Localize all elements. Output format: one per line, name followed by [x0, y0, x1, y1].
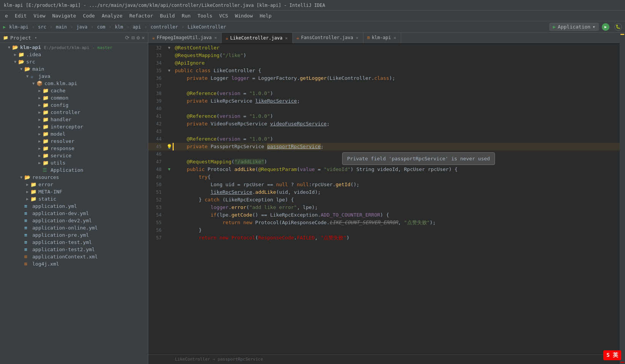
tree-cache[interactable]: ▶ 📁 cache [0, 87, 148, 94]
fold-icon-35[interactable]: ▼ [168, 67, 170, 74]
tree-log4j-xml[interactable]: ▶ ⊞ log4j.xml [0, 260, 148, 267]
menu-vcs[interactable]: VCS [216, 12, 231, 20]
menu-file[interactable]: e [2, 12, 11, 20]
yaml-icon-1: ≡ [24, 203, 31, 209]
gutter-53 [165, 204, 173, 211]
tab-klmapi-label: klm-api [372, 35, 391, 40]
tree-static[interactable]: ▶ 📁 static [0, 195, 148, 203]
package-icon: 📦 [36, 81, 43, 86]
tree-app-dev-yml[interactable]: ▶ ≡ application-dev.yml [0, 210, 148, 217]
menu-build[interactable]: Build [157, 12, 178, 20]
tree-idea[interactable]: ▶ 📁 .idea [0, 51, 148, 58]
static-folder-icon: 📁 [30, 196, 37, 202]
tree-app-yml[interactable]: ▶ ≡ application.yml [0, 203, 148, 210]
tab-ffmpeg[interactable]: ☕ FFmpegImageUtil.java ✕ [148, 33, 222, 43]
toolbar: ▶ klm-api › src › main › java › com › kl… [0, 21, 625, 33]
tree-meta-inf[interactable]: ▶ 📁 META-INF [0, 188, 148, 195]
tree-src[interactable]: ▼ 📂 src [0, 58, 148, 65]
tree-config[interactable]: ▶ 📁 config [0, 101, 148, 109]
tree-interceptor[interactable]: ▶ 📁 interceptor [0, 123, 148, 130]
tree-java-dir[interactable]: ▼ ☕ java [0, 73, 148, 80]
breadcrumb-java[interactable]: java [75, 24, 89, 30]
yaml-icon-6: ≡ [24, 239, 31, 245]
tree-app-test2-yml[interactable]: ▶ ≡ application-test2.yml [0, 246, 148, 253]
code-line-34: 34 @ApiIgnore [148, 59, 620, 67]
tab-ffmpeg-close[interactable]: ✕ [214, 35, 218, 41]
gutter-35: ▼ [165, 67, 173, 74]
tree-app-test-yml[interactable]: ▶ ≡ application-test.yml [0, 239, 148, 246]
tree-common[interactable]: ▶ 📁 common [0, 94, 148, 101]
fold-icon-32[interactable]: ▼ [168, 44, 170, 52]
code-line-partial: LikeController → passportRpcService [148, 355, 620, 364]
tree-root[interactable]: ▼ 📂 klm-api E:/product/klm-api - master [0, 44, 148, 51]
yaml-icon-7: ≡ [24, 247, 31, 252]
tooltip-text: Private field 'passportRpcService' is ne… [347, 156, 490, 161]
project-icon: 📁 [3, 35, 8, 40]
tab-likecontroller-close[interactable]: ✕ [284, 35, 289, 41]
gutter-39 [165, 97, 173, 105]
code-line-44: 44 @Reference(version = "1.0.0") [148, 135, 620, 143]
tree-resolver[interactable]: ▶ 📁 resolver [0, 138, 148, 145]
menu-window[interactable]: Window [232, 12, 256, 20]
right-gutter [620, 33, 625, 364]
debug-button[interactable]: 🐛 [614, 23, 622, 31]
warning-marker [173, 143, 174, 150]
gutter-54 [165, 211, 173, 219]
menu-refactor[interactable]: Refactor [126, 12, 156, 20]
menu-navigate[interactable]: Navigate [49, 12, 79, 20]
breadcrumb-main[interactable]: main [54, 24, 68, 30]
breadcrumb-klm[interactable]: klm [113, 24, 125, 30]
tab-klmapi-close[interactable]: ✕ [393, 35, 397, 41]
menu-tools[interactable]: Tools [194, 12, 215, 20]
tab-klmapi[interactable]: m klm-api ✕ [363, 33, 401, 43]
code-line-57: 57 return new Protocol(ResponseCode.FAIL… [148, 234, 620, 242]
tree-application[interactable]: ▶ ☰ Application [0, 166, 148, 174]
breadcrumb-src[interactable]: src [36, 24, 48, 30]
code-line-45: 45 💡 private PassportRpcService passport… [148, 143, 620, 150]
panel-close-btn[interactable]: ✕ [142, 35, 145, 41]
warn-scroll-mark-1 [620, 34, 624, 35]
tab-ffmpeg-label: FFmpegImageUtil.java [157, 35, 212, 40]
common-folder-icon: 📁 [43, 95, 49, 101]
tree-service[interactable]: ▶ 📁 service [0, 152, 148, 159]
gutter-52 [165, 196, 173, 204]
tab-likecontroller[interactable]: ☕ LikeController.java ✕ [222, 33, 292, 43]
run-button[interactable]: ▶ [602, 23, 609, 31]
tab-fanscontroller[interactable]: ☕ FansController.java ✕ [293, 33, 363, 43]
main-folder-icon: 📂 [24, 66, 31, 72]
tree-handler[interactable]: ▶ 📁 handler [0, 116, 148, 123]
tree-app-pre-yml[interactable]: ▶ ≡ application-pre.yml [0, 231, 148, 239]
tree-resources[interactable]: ▼ 📂 resources [0, 174, 148, 181]
menu-analyze[interactable]: Analyze [98, 12, 125, 20]
panel-dropdown-arrow[interactable]: ▾ [35, 35, 37, 40]
menu-code[interactable]: Code [80, 12, 98, 20]
breadcrumb-api[interactable]: api [131, 24, 143, 30]
tab-fanscontroller-close[interactable]: ✕ [355, 35, 359, 41]
menu-run[interactable]: Run [179, 12, 194, 20]
panel-sync-btn[interactable]: ⟳ [125, 35, 130, 41]
panel-collapse-btn[interactable]: ⊟ [132, 35, 135, 41]
tree-model[interactable]: ▶ 📁 model [0, 130, 148, 138]
breadcrumb-com[interactable]: com [95, 24, 107, 30]
tree-com-klm-api[interactable]: ▼ 📦 com.klm.api [0, 80, 148, 87]
app-dropdown[interactable]: ▶ Application ▾ [549, 23, 599, 31]
tree-response[interactable]: ▶ 📁 response [0, 145, 148, 152]
tree-app-online-yml[interactable]: ▶ ≡ application-online.yml [0, 224, 148, 231]
code-editor[interactable]: 32 ▼ @RestController 33 @RequestMapping(… [148, 44, 620, 355]
tree-utils[interactable]: ▶ 📁 utils [0, 159, 148, 166]
tree-app-dev2-yml[interactable]: ▶ ≡ application-dev2.yml [0, 217, 148, 224]
menu-view[interactable]: View [30, 12, 48, 20]
menu-edit[interactable]: Edit [12, 12, 30, 20]
gutter-46 [165, 150, 173, 158]
breadcrumb-controller[interactable]: controller [149, 24, 179, 30]
tree-app-context-xml[interactable]: ▶ ⊞ applicationContext.xml [0, 253, 148, 260]
breadcrumb-likecontroller[interactable]: LikeController [186, 24, 228, 30]
code-line-41: 41 @Reference(version = "1.0.0") [148, 112, 620, 120]
tree-controller[interactable]: ▶ 📁 controller [0, 109, 148, 116]
panel-settings-btn[interactable]: ⚙ [136, 35, 140, 41]
tree-main[interactable]: ▼ 📂 main [0, 65, 148, 73]
breadcrumb-root[interactable]: klm-api [8, 24, 30, 30]
menu-help[interactable]: Help [257, 12, 274, 20]
file-tree: ▼ 📂 klm-api E:/product/klm-api - master … [0, 43, 148, 364]
tree-error[interactable]: ▶ 📁 error [0, 181, 148, 188]
